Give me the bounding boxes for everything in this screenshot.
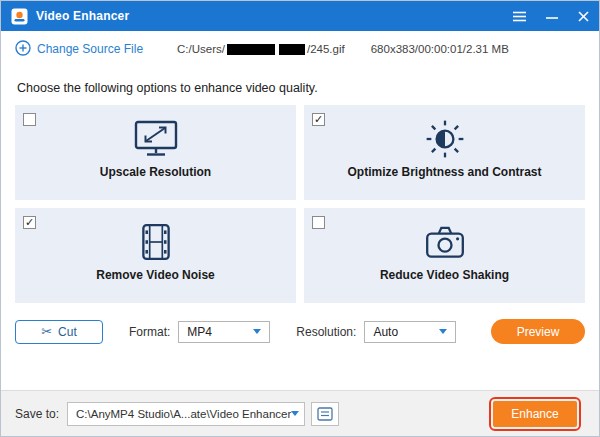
save-path-dropdown[interactable]: C:\AnyMP4 Studio\A...ate\Video Enhancer [67,402,305,426]
chevron-down-icon [291,411,299,416]
save-path-value: C:\AnyMP4 Studio\A...ate\Video Enhancer [76,408,291,420]
redacted-text-block [279,44,305,55]
close-button[interactable] [578,11,589,22]
video-enhancer-window: Video Enhancer [0,0,600,437]
change-source-file-label: Change Source File [37,42,143,56]
cut-button[interactable]: ✂ Cut [15,320,103,344]
instruction-text: Choose the following options to enhance … [1,67,599,105]
checkbox-reduce-shaking[interactable] [312,216,325,229]
option-label: Optimize Brightness and Contrast [347,165,541,179]
window-title: Video Enhancer [36,9,129,23]
enhance-button[interactable]: Enhance [493,401,577,427]
option-label: Remove Video Noise [96,268,215,282]
options-grid: Upscale Resolution Optimize Bright [15,105,585,303]
titlebar: Video Enhancer [1,1,599,31]
resolution-dropdown[interactable]: Auto [364,321,456,343]
resolution-label: Resolution: [296,325,356,339]
camera-icon [423,220,467,264]
option-label: Reduce Video Shaking [380,268,509,282]
scissors-icon: ✂ [41,324,52,339]
option-card-reduce-shaking[interactable]: Reduce Video Shaking [304,208,585,303]
plus-circle-icon [15,40,31,59]
option-card-remove-noise[interactable]: Remove Video Noise [15,208,296,303]
checkbox-upscale-resolution[interactable] [23,113,36,126]
notepad-icon [317,407,333,421]
preview-button[interactable]: Preview [491,319,585,344]
checkbox-remove-noise[interactable] [23,216,36,229]
footer-bar: Save to: C:\AnyMP4 Studio\A...ate\Video … [1,390,599,436]
minimize-button[interactable] [546,10,558,22]
option-card-upscale-resolution[interactable]: Upscale Resolution [15,105,296,200]
source-bar: Change Source File C:/Users/ /245.gif 68… [1,31,599,67]
format-value: MP4 [187,325,212,339]
format-dropdown[interactable]: MP4 [178,321,270,343]
save-to-label: Save to: [15,407,59,421]
change-source-file-button[interactable]: Change Source File [15,40,143,59]
cut-label: Cut [58,325,77,339]
redacted-text-block [227,44,275,55]
monitor-upscale-icon [133,117,179,161]
file-path: C:/Users/ /245.gif [177,43,345,55]
menu-icon[interactable] [513,11,526,22]
chevron-down-icon [253,329,261,334]
chevron-down-icon [439,329,447,334]
app-logo-icon [11,8,28,25]
sun-brightness-icon [424,117,466,161]
option-card-optimize-brightness[interactable]: Optimize Brightness and Contrast [304,105,585,200]
format-label: Format: [129,325,170,339]
file-info: 680x383/00:00:01/2.31 MB [371,43,509,55]
resolution-value: Auto [373,325,398,339]
checkbox-optimize-brightness[interactable] [312,113,325,126]
option-label: Upscale Resolution [100,165,211,179]
browse-folder-button[interactable] [311,402,339,426]
controls-row: ✂ Cut Format: MP4 Resolution: Auto Previ… [15,319,585,344]
titlebar-buttons [513,10,589,22]
filmstrip-icon [137,220,175,264]
